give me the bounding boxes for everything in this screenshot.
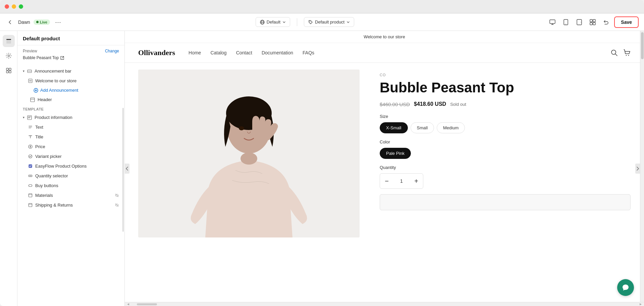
settings-icon-button[interactable] [3, 50, 15, 62]
variant-picker-item[interactable]: Variant picker [17, 151, 124, 161]
color-pale-pink-button[interactable]: Pale Pink [380, 148, 411, 159]
quantity-selector-item[interactable]: Quantity selector [17, 171, 124, 181]
preview-scroll-left[interactable] [125, 164, 129, 174]
svg-rect-35 [28, 118, 30, 118]
title-icon [28, 135, 33, 139]
mobile-icon [564, 19, 568, 25]
product-title: Bubble Peasant Top [380, 80, 631, 96]
nav-documentation[interactable]: Documentation [262, 50, 293, 55]
text-item[interactable]: Text [17, 122, 124, 132]
product-dropdown[interactable]: Default product [304, 17, 354, 27]
svg-rect-34 [28, 117, 31, 117]
color-options: Pale Pink [380, 148, 631, 159]
buy-buttons-icon [28, 183, 33, 188]
live-badge: Live [34, 19, 50, 25]
custom-view-button[interactable] [587, 17, 598, 28]
store-logo: Ollivanders [138, 48, 175, 57]
theme-dropdown[interactable]: Default [256, 17, 290, 27]
product-information-section[interactable]: ▾ Product information [17, 113, 124, 122]
product-dropdown-label: Default product [315, 19, 344, 25]
eye-off-icon-2[interactable] [115, 203, 119, 207]
text-block-icon [28, 79, 33, 83]
h-scroll-left[interactable]: ◀ [126, 303, 130, 306]
preview-horizontal-scrollbar[interactable]: ◀ ▶ [125, 302, 644, 306]
buy-buttons-item[interactable]: Buy buttons [17, 181, 124, 190]
save-button[interactable]: Save [614, 16, 639, 28]
nav-faqs[interactable]: FAQs [303, 50, 314, 55]
text-item-label: Text [35, 125, 119, 130]
announcement-bar-section[interactable]: ▾ Announcement bar [17, 66, 124, 76]
shipping-returns-item[interactable]: Shipping & Returns [17, 200, 124, 210]
preview-frame-wrapper: Welcome to our store Ollivanders Home Ca… [125, 31, 644, 302]
traffic-light-yellow[interactable] [12, 4, 16, 9]
svg-rect-14 [593, 23, 595, 25]
shipping-returns-label: Shipping & Returns [35, 203, 112, 208]
sidebar-panel-title: Default product [23, 36, 60, 41]
quantity-icon [28, 174, 33, 178]
store-header-icons [610, 49, 631, 56]
more-button[interactable]: ⋯ [53, 17, 63, 27]
size-label: Size [380, 114, 631, 119]
nav-catalog[interactable]: Catalog [210, 50, 226, 55]
easyflow-item[interactable]: EasyFlow Product Options [17, 161, 124, 171]
store-product: CO Bubble Peasant Top $460.00 USD $418.6… [125, 63, 644, 302]
size-small-button[interactable]: Small [411, 122, 434, 133]
cart-icon[interactable] [623, 49, 631, 56]
header-label: Header [38, 97, 119, 102]
preview-product-name: Bubble Peasant Top [23, 55, 59, 60]
traffic-light-green[interactable] [19, 4, 23, 9]
undo-icon [603, 19, 609, 25]
apps-icon [6, 68, 12, 74]
nav-home[interactable]: Home [189, 50, 201, 55]
tablet-view-button[interactable] [574, 17, 585, 28]
custom-icon [590, 19, 596, 25]
chat-support-button[interactable] [617, 279, 634, 296]
h-scroll-right[interactable]: ▶ [639, 303, 643, 306]
svg-rect-16 [6, 41, 11, 42]
title-item[interactable]: Title [17, 132, 124, 142]
svg-rect-45 [29, 185, 32, 187]
nav-contact[interactable]: Contact [236, 50, 252, 55]
quantity-decrease-button[interactable]: − [380, 174, 393, 188]
welcome-announcement-item[interactable]: Welcome to our store [17, 76, 124, 86]
svg-point-18 [8, 55, 9, 57]
undo-button[interactable] [601, 17, 611, 28]
title-item-label: Title [35, 134, 119, 139]
back-button[interactable] [5, 17, 15, 27]
store-nav: Home Catalog Contact Documentation FAQs [189, 50, 610, 55]
sidebar-panel-header: Default product [17, 31, 124, 45]
add-announcement-label: Add Announcement [40, 88, 78, 93]
size-xsmall-button[interactable]: X-Small [380, 122, 408, 133]
quantity-increase-button[interactable]: + [410, 174, 423, 188]
mobile-view-button[interactable] [560, 17, 571, 28]
preview-scroll-right[interactable] [635, 164, 640, 174]
add-announcement-button[interactable]: Add Announcement [17, 86, 124, 95]
preview-vertical-scrollbar[interactable] [640, 31, 644, 302]
search-icon[interactable] [610, 49, 618, 56]
sidebar-icons [0, 31, 17, 306]
header-section[interactable]: Header [17, 95, 124, 104]
sale-price: $418.60 USD [414, 101, 446, 107]
product-info-panel: CO Bubble Peasant Top $460.00 USD $418.6… [380, 70, 631, 295]
svg-rect-20 [9, 68, 11, 70]
product-info-label: Product information [35, 115, 119, 120]
product-vendor: CO [380, 73, 631, 77]
sidebar-scrollbar [122, 108, 124, 232]
variant-picker-label: Variant picker [35, 154, 119, 159]
price-item[interactable]: Price [17, 142, 124, 151]
preview-label: Preview [23, 49, 37, 53]
quantity-value: 1 [393, 178, 410, 184]
eye-off-icon[interactable] [115, 193, 119, 198]
size-medium-button[interactable]: Medium [437, 122, 465, 133]
sections-icon-button[interactable] [3, 35, 15, 47]
apps-icon-button[interactable] [3, 64, 15, 77]
h-scrollbar-thumb [137, 303, 157, 305]
preview-change-button[interactable]: Change [105, 49, 119, 53]
scrollbar-thumb [641, 32, 644, 59]
welcome-item-label: Welcome to our store [35, 78, 119, 83]
sidebar-preview-value: Bubble Peasant Top [17, 55, 124, 63]
desktop-view-button[interactable] [547, 17, 558, 28]
chevron-down-icon: ▾ [23, 69, 24, 73]
materials-item[interactable]: Materials [17, 190, 124, 200]
traffic-light-red[interactable] [5, 4, 9, 9]
